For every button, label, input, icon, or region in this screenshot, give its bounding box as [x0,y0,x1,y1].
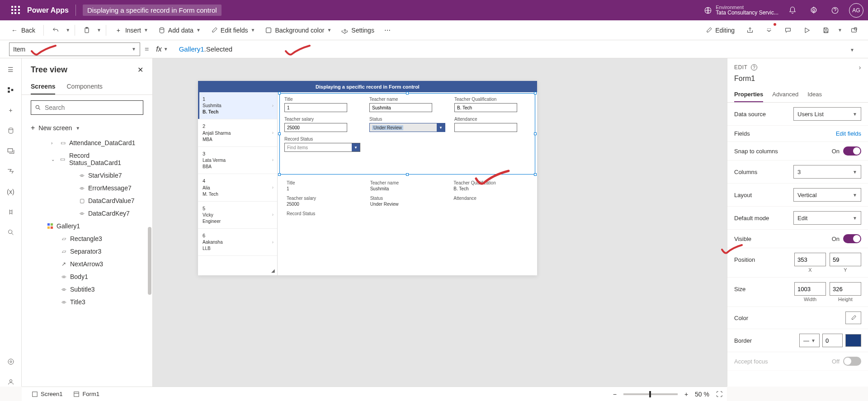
tree-item[interactable]: ⌯DataCardKey7 [22,207,152,220]
screen-tab[interactable]: Screen1 [26,389,68,399]
form-tab[interactable]: Form1 [68,389,105,399]
tree-item[interactable]: ↗NextArrow3 [22,258,152,270]
insert-icon[interactable]: + [6,106,15,115]
tree-item[interactable]: ▢DataCardValue7 [22,194,152,207]
back-button[interactable]: ←Back [7,24,39,37]
checker-icon[interactable] [762,23,776,38]
width-input[interactable] [794,282,826,296]
data-icon[interactable] [6,126,15,135]
insert-button[interactable]: +Insert▼ [111,24,152,37]
tree-view-icon[interactable] [6,85,15,94]
edit-fields-button[interactable]: Edit fields▼ [207,24,259,37]
tree-item[interactable]: Gallery1 [22,220,152,232]
publish-icon[interactable] [847,23,861,38]
tab-components[interactable]: Components [66,79,102,94]
virtual-agent-icon[interactable] [6,377,15,387]
tree-item[interactable]: ▱Rectangle3 [22,232,152,245]
tree-search[interactable] [31,100,143,115]
layout-dropdown[interactable]: Vertical▼ [793,188,861,202]
tree-item[interactable]: ⌯Title3 [22,296,152,308]
notifications-icon[interactable] [785,3,800,18]
focus-toggle[interactable] [843,357,861,366]
paste-button[interactable] [80,24,94,37]
tab-properties[interactable]: Properties [734,87,763,102]
search-rail-icon[interactable] [6,228,15,237]
gallery-handle-icon[interactable]: ◢ [271,268,275,273]
undo-dropdown[interactable]: ▼ [66,28,70,33]
zoom-in-icon[interactable]: + [684,391,688,398]
save-dropdown[interactable]: ▼ [838,28,842,33]
gallery-item[interactable]: 4AliaM. Tech› [198,174,277,201]
formula-input[interactable]: Gallery1.Selected [175,45,841,53]
status-dropdown[interactable]: Under Review▼ [369,123,445,132]
edit-fields-link[interactable]: Edit fields [836,130,861,137]
help-hint-icon[interactable]: ? [751,64,757,71]
user-avatar[interactable]: AG [849,3,863,18]
tree-item[interactable]: ⌯Body1 [22,270,152,283]
variables-icon[interactable]: (x) [6,187,15,196]
fx-button[interactable]: fx▼ [153,45,170,53]
media-icon[interactable] [6,146,15,156]
border-width-input[interactable] [822,334,843,347]
collapse-panel-icon[interactable]: › [859,64,861,71]
gallery-item[interactable]: 1SushmitaB. Tech› [198,92,277,119]
gallery-item[interactable]: 2Anjali SharmaMBA› [198,119,277,146]
advanced-tools-icon[interactable] [6,208,15,217]
height-input[interactable] [830,282,861,296]
tab-advanced[interactable]: Advanced [772,87,798,102]
canvas[interactable]: Displaying a specific record in Form con… [153,58,727,387]
settings-rail-icon[interactable] [6,357,15,366]
gallery-item[interactable]: 6AakanshaLLB› [198,229,277,256]
fit-screen-icon[interactable]: ⛶ [716,391,722,398]
visible-toggle[interactable] [843,234,861,243]
tree-item[interactable]: ▱Separator3 [22,245,152,258]
tree-item[interactable]: ›▭Attendance_DataCard1 [22,137,152,149]
datasource-dropdown[interactable]: Users List▼ [793,107,861,121]
record-status-dropdown[interactable]: Find items▼ [284,143,360,152]
paste-dropdown[interactable]: ▼ [97,28,101,33]
settings-icon[interactable] [807,3,821,18]
bg-color-button[interactable]: Background color▼ [261,24,335,37]
close-tree-icon[interactable]: ✕ [137,66,143,74]
snap-toggle[interactable] [843,146,861,156]
tree-item[interactable]: ⌯ErrorMessage7 [22,182,152,194]
zoom-slider[interactable] [623,393,678,395]
tree-item[interactable]: ⌯StarVisible7 [22,169,152,182]
columns-dropdown[interactable]: 3▼ [793,165,861,179]
color-picker[interactable] [845,311,861,324]
border-style-dropdown[interactable]: —▼ [799,334,820,347]
settings-button[interactable]: Settings [338,24,378,37]
preview-icon[interactable] [800,23,814,38]
tree-scrollbar[interactable] [148,227,151,295]
tab-ideas[interactable]: Ideas [807,87,822,102]
tree-item[interactable]: ⌄▭Record Status_DataCard1 [22,149,152,169]
app-launcher-icon[interactable] [11,6,20,15]
svg-point-7 [344,29,346,31]
expand-formula-icon[interactable]: ▼ [845,46,859,53]
gallery-item[interactable]: 5VickyEngineer› [198,202,277,229]
comments-icon[interactable] [781,23,795,38]
gallery-control[interactable]: 1SushmitaB. Tech› 2Anjali SharmaMBA› 3La… [198,92,278,275]
editing-mode[interactable]: Editing [702,24,738,37]
tab-screens[interactable]: Screens [31,79,55,94]
tree-item[interactable]: ⌯Subtitle3 [22,283,152,296]
add-data-button[interactable]: Add data▼ [155,24,204,37]
hamburger-icon[interactable]: ☰ [6,65,15,74]
share-icon[interactable] [743,23,757,38]
property-selector[interactable]: Item▼ [9,42,140,56]
environment-picker[interactable]: EnvironmentTata Consultancy Servic... [704,5,778,16]
default-mode-dropdown[interactable]: Edit▼ [793,211,861,225]
border-color-swatch[interactable] [845,334,861,347]
pos-x-input[interactable] [794,253,826,266]
pos-y-input[interactable] [830,253,861,266]
search-input[interactable] [45,104,139,111]
more-button[interactable]: ⋯ [381,24,394,37]
new-screen-button[interactable]: +New screen▼ [31,124,143,132]
save-icon[interactable] [819,23,833,38]
power-automate-icon[interactable] [6,167,15,176]
zoom-out-icon[interactable]: − [613,391,617,398]
help-icon[interactable] [828,3,842,18]
gallery-item[interactable]: 3Lata VermaBBA› [198,147,277,174]
document-title[interactable]: Displaying a specific record in Form con… [83,5,222,16]
undo-button[interactable] [48,24,63,37]
